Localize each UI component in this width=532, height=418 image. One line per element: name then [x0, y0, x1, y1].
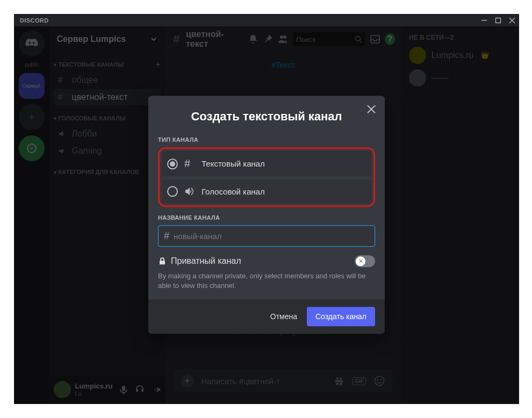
close-icon[interactable] — [365, 103, 377, 115]
create-channel-modal: Создать текстовый канал ТИП КАНАЛА # Тек… — [148, 96, 385, 334]
private-toggle[interactable] — [355, 255, 375, 267]
channel-name-field[interactable] — [174, 232, 369, 241]
radio-selected — [167, 158, 178, 169]
app-window: DISCORD public Серверl. + — [14, 14, 519, 404]
window-controls — [481, 17, 515, 24]
channel-name-input[interactable]: # — [158, 225, 375, 247]
maximize-button[interactable] — [495, 17, 501, 24]
create-button[interactable]: Создать канал — [307, 307, 375, 327]
private-description: By making a channel private, only select… — [158, 271, 375, 291]
private-toggle-row: Приватный канал — [158, 255, 375, 267]
channel-type-group: # Текстовый канал Голосовой канал — [158, 147, 375, 207]
name-label: НАЗВАНИЕ КАНАЛА — [158, 214, 375, 221]
close-button[interactable] — [509, 17, 515, 24]
cancel-button[interactable]: Отмена — [270, 313, 297, 321]
hash-icon: # — [164, 230, 169, 242]
hash-icon: # — [184, 157, 195, 170]
type-voice-option[interactable]: Голосовой канал — [162, 179, 371, 203]
svg-rect-0 — [496, 18, 501, 23]
lock-icon — [158, 257, 167, 265]
speaker-icon — [184, 186, 195, 197]
modal-footer: Отмена Создать канал — [148, 300, 385, 334]
brand-wordmark: DISCORD — [20, 17, 49, 24]
radio-unselected — [167, 186, 178, 197]
titlebar: DISCORD — [15, 15, 519, 26]
minimize-button[interactable] — [481, 17, 487, 24]
type-label: ТИП КАНАЛА — [158, 136, 375, 143]
modal-title: Создать текстовый канал — [148, 96, 385, 131]
type-text-option[interactable]: # Текстовый канал — [162, 151, 371, 176]
app-body: public Серверl. + Сервер Lumpics ▾ТЕКСТО… — [15, 26, 519, 403]
